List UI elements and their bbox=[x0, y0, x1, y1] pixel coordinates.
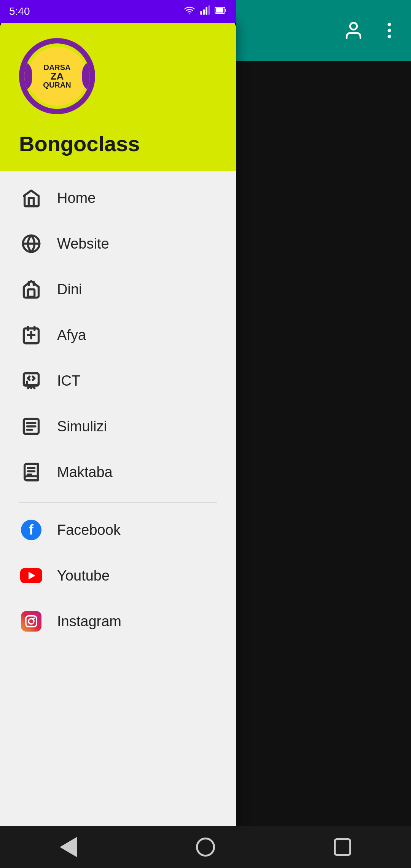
top-right-toolbar bbox=[236, 0, 411, 61]
account-icon[interactable] bbox=[343, 20, 364, 41]
nav-label-youtube: Youtube bbox=[57, 568, 110, 584]
website-icon bbox=[19, 231, 43, 256]
nav-item-instagram[interactable]: Instagram bbox=[0, 598, 236, 644]
svg-rect-25 bbox=[26, 616, 37, 627]
svg-rect-16 bbox=[24, 373, 39, 385]
svg-rect-6 bbox=[206, 7, 207, 15]
nav-label-website: Website bbox=[57, 236, 109, 252]
instagram-icon bbox=[19, 609, 43, 633]
drawer: DARSA ZA QURAN Bongoclass Home bbox=[0, 19, 236, 849]
nav-label-home: Home bbox=[57, 190, 96, 206]
nav-item-youtube[interactable]: Youtube bbox=[0, 553, 236, 598]
nav-item-maktaba[interactable]: Maktaba bbox=[0, 449, 236, 495]
dini-icon bbox=[19, 277, 43, 302]
svg-rect-12 bbox=[28, 289, 34, 297]
svg-point-3 bbox=[388, 35, 391, 38]
nav-label-afya: Afya bbox=[57, 327, 86, 343]
nav-item-ict[interactable]: ICT bbox=[0, 358, 236, 404]
svg-rect-7 bbox=[208, 5, 210, 14]
logo-text-line2: ZA bbox=[51, 71, 64, 81]
logo-text-line1: DARSA bbox=[43, 64, 70, 71]
drawer-header: DARSA ZA QURAN Bongoclass bbox=[0, 19, 236, 171]
nav-item-dini[interactable]: Dini bbox=[0, 266, 236, 312]
nav-item-website[interactable]: Website bbox=[0, 221, 236, 266]
nav-item-afya[interactable]: Afya bbox=[0, 312, 236, 358]
logo-container: DARSA ZA QURAN bbox=[19, 38, 95, 141]
simulizi-icon bbox=[19, 414, 43, 439]
nav-item-facebook[interactable]: f Facebook bbox=[0, 507, 236, 553]
svg-point-27 bbox=[33, 617, 35, 619]
svg-rect-4 bbox=[200, 11, 202, 14]
back-button[interactable] bbox=[53, 832, 84, 862]
nav-label-instagram: Instagram bbox=[57, 613, 121, 630]
bottom-nav bbox=[0, 826, 411, 868]
logo-shape: DARSA ZA QURAN bbox=[19, 38, 95, 114]
svg-rect-9 bbox=[216, 8, 223, 13]
drawer-nav: Home Website Dini bbox=[0, 171, 236, 648]
nav-divider bbox=[19, 503, 217, 503]
svg-point-2 bbox=[388, 29, 391, 32]
svg-point-1 bbox=[388, 23, 391, 26]
logo-text-line3: QURAN bbox=[43, 81, 71, 89]
battery-icon bbox=[215, 5, 227, 18]
more-options-icon[interactable] bbox=[379, 20, 400, 41]
home-button[interactable] bbox=[190, 832, 221, 862]
nav-label-maktaba: Maktaba bbox=[57, 464, 113, 480]
facebook-icon: f bbox=[19, 518, 43, 542]
signal-icon bbox=[199, 5, 210, 18]
svg-point-26 bbox=[29, 619, 34, 624]
svg-rect-5 bbox=[203, 10, 205, 15]
nav-label-dini: Dini bbox=[57, 281, 82, 298]
home-icon bbox=[19, 186, 43, 210]
nav-item-simulizi[interactable]: Simulizi bbox=[0, 404, 236, 449]
afya-icon bbox=[19, 323, 43, 347]
youtube-icon bbox=[19, 563, 43, 588]
nav-label-simulizi: Simulizi bbox=[57, 418, 107, 435]
nav-item-home[interactable]: Home bbox=[0, 175, 236, 221]
right-panel bbox=[236, 0, 411, 868]
ict-icon bbox=[19, 369, 43, 393]
wifi-icon bbox=[184, 5, 195, 18]
svg-point-0 bbox=[350, 23, 357, 30]
recents-button[interactable] bbox=[327, 832, 358, 862]
status-bar: 5:40 bbox=[0, 0, 236, 23]
nav-label-facebook: Facebook bbox=[57, 522, 121, 538]
nav-label-ict: ICT bbox=[57, 373, 80, 389]
maktaba-icon bbox=[19, 460, 43, 484]
status-time: 5:40 bbox=[9, 5, 30, 18]
logo-inner: DARSA ZA QURAN bbox=[28, 47, 87, 106]
status-icons bbox=[184, 5, 227, 18]
